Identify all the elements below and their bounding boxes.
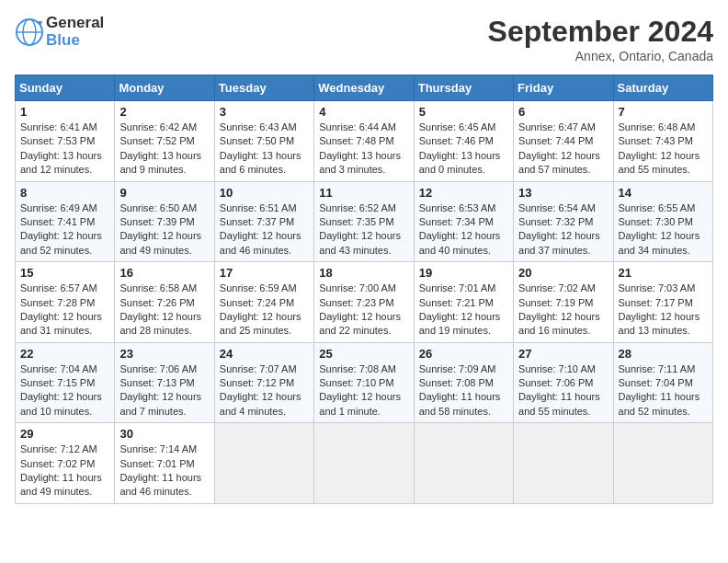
calendar-cell: 16 Sunrise: 6:58 AM Sunset: 7:26 PM Dayl…: [115, 262, 214, 343]
sunset-label: Sunset: 7:53 PM: [20, 135, 95, 146]
sunrise-label: Sunrise: 7:14 AM: [119, 443, 197, 454]
daylight-label: Daylight: 12 hours and 49 minutes.: [119, 230, 201, 255]
day-info: Sunrise: 7:11 AM Sunset: 7:04 PM Dayligh…: [619, 362, 708, 419]
day-info: Sunrise: 6:52 AM Sunset: 7:35 PM Dayligh…: [319, 201, 408, 259]
day-info: Sunrise: 6:51 AM Sunset: 7:37 PM Dayligh…: [220, 201, 309, 259]
sunset-label: Sunset: 7:28 PM: [20, 297, 95, 308]
sunset-label: Sunset: 7:46 PM: [419, 135, 494, 146]
calendar-cell: 21 Sunrise: 7:03 AM Sunset: 7:17 PM Dayl…: [613, 262, 712, 343]
column-header-friday: Friday: [514, 75, 613, 101]
calendar-cell: 18 Sunrise: 7:00 AM Sunset: 7:23 PM Dayl…: [314, 262, 414, 343]
sunset-label: Sunset: 7:30 PM: [619, 216, 693, 227]
daylight-label: Daylight: 12 hours and 19 minutes.: [419, 311, 501, 336]
calendar-cell: [314, 423, 414, 504]
day-number: 14: [619, 186, 708, 200]
daylight-label: Daylight: 12 hours and 55 minutes.: [619, 150, 700, 175]
calendar-cell: 30 Sunrise: 7:14 AM Sunset: 7:01 PM Dayl…: [115, 423, 214, 504]
day-number: 8: [20, 186, 109, 200]
sunrise-label: Sunrise: 7:10 AM: [518, 363, 596, 374]
calendar-cell: 1 Sunrise: 6:41 AM Sunset: 7:53 PM Dayli…: [16, 101, 115, 182]
location-subtitle: Annex, Ontario, Canada: [488, 49, 713, 63]
daylight-label: Daylight: 13 hours and 0 minutes.: [419, 150, 501, 175]
day-number: 6: [518, 105, 608, 119]
day-info: Sunrise: 6:55 AM Sunset: 7:30 PM Dayligh…: [619, 201, 708, 259]
calendar-cell: 28 Sunrise: 7:11 AM Sunset: 7:04 PM Dayl…: [613, 342, 712, 423]
column-header-tuesday: Tuesday: [214, 75, 313, 101]
calendar-cell: [613, 423, 712, 504]
calendar-cell: [214, 423, 313, 504]
calendar-cell: 13 Sunrise: 6:54 AM Sunset: 7:32 PM Dayl…: [514, 181, 613, 262]
day-number: 18: [319, 266, 408, 280]
day-number: 3: [220, 105, 309, 119]
calendar-week-row: 29 Sunrise: 7:12 AM Sunset: 7:02 PM Dayl…: [16, 423, 713, 504]
sunset-label: Sunset: 7:10 PM: [319, 377, 393, 388]
daylight-label: Daylight: 12 hours and 13 minutes.: [619, 311, 700, 336]
sunset-label: Sunset: 7:15 PM: [20, 377, 95, 388]
calendar-cell: 4 Sunrise: 6:44 AM Sunset: 7:48 PM Dayli…: [314, 101, 414, 182]
daylight-label: Daylight: 12 hours and 16 minutes.: [518, 311, 600, 336]
day-number: 13: [518, 186, 608, 200]
daylight-label: Daylight: 13 hours and 3 minutes.: [319, 150, 401, 175]
sunrise-label: Sunrise: 6:55 AM: [619, 202, 696, 213]
calendar-week-row: 22 Sunrise: 7:04 AM Sunset: 7:15 PM Dayl…: [16, 342, 713, 423]
sunrise-label: Sunrise: 7:07 AM: [220, 363, 297, 374]
sunset-label: Sunset: 7:08 PM: [419, 377, 494, 388]
daylight-label: Daylight: 11 hours and 55 minutes.: [518, 391, 600, 416]
sunrise-label: Sunrise: 6:44 AM: [319, 121, 396, 132]
calendar-cell: 14 Sunrise: 6:55 AM Sunset: 7:30 PM Dayl…: [613, 181, 712, 262]
day-info: Sunrise: 7:04 AM Sunset: 7:15 PM Dayligh…: [20, 362, 109, 419]
calendar-cell: 12 Sunrise: 6:53 AM Sunset: 7:34 PM Dayl…: [414, 181, 513, 262]
daylight-label: Daylight: 12 hours and 37 minutes.: [518, 230, 600, 255]
calendar-cell: 5 Sunrise: 6:45 AM Sunset: 7:46 PM Dayli…: [414, 101, 513, 182]
calendar-cell: [414, 423, 513, 504]
calendar-cell: 24 Sunrise: 7:07 AM Sunset: 7:12 PM Dayl…: [214, 342, 313, 423]
calendar-cell: 17 Sunrise: 6:59 AM Sunset: 7:24 PM Dayl…: [214, 262, 313, 343]
logo: General Blue: [15, 15, 104, 49]
day-info: Sunrise: 6:42 AM Sunset: 7:52 PM Dayligh…: [119, 121, 209, 178]
sunset-label: Sunset: 7:37 PM: [220, 216, 294, 227]
calendar-week-row: 1 Sunrise: 6:41 AM Sunset: 7:53 PM Dayli…: [16, 101, 713, 182]
day-info: Sunrise: 6:53 AM Sunset: 7:34 PM Dayligh…: [419, 201, 508, 259]
daylight-label: Daylight: 12 hours and 1 minute.: [319, 391, 401, 416]
sunset-label: Sunset: 7:34 PM: [419, 216, 494, 227]
sunrise-label: Sunrise: 6:48 AM: [619, 121, 696, 132]
calendar-cell: 25 Sunrise: 7:08 AM Sunset: 7:10 PM Dayl…: [314, 342, 414, 423]
day-info: Sunrise: 6:45 AM Sunset: 7:46 PM Dayligh…: [419, 121, 508, 178]
day-info: Sunrise: 6:43 AM Sunset: 7:50 PM Dayligh…: [220, 121, 309, 178]
day-number: 7: [619, 105, 708, 119]
daylight-label: Daylight: 12 hours and 43 minutes.: [319, 230, 401, 255]
sunrise-label: Sunrise: 7:11 AM: [619, 363, 696, 374]
logo-general-text: General: [46, 15, 104, 32]
sunrise-label: Sunrise: 6:42 AM: [119, 121, 197, 132]
day-number: 4: [319, 105, 408, 119]
day-number: 19: [419, 266, 508, 280]
logo-globe-icon: [15, 17, 44, 47]
sunset-label: Sunset: 7:17 PM: [619, 297, 693, 308]
calendar-cell: 29 Sunrise: 7:12 AM Sunset: 7:02 PM Dayl…: [16, 423, 115, 504]
sunrise-label: Sunrise: 7:01 AM: [419, 282, 496, 293]
daylight-label: Daylight: 12 hours and 57 minutes.: [518, 150, 600, 175]
daylight-label: Daylight: 11 hours and 58 minutes.: [419, 391, 501, 416]
calendar-cell: 7 Sunrise: 6:48 AM Sunset: 7:43 PM Dayli…: [613, 101, 712, 182]
calendar-cell: 26 Sunrise: 7:09 AM Sunset: 7:08 PM Dayl…: [414, 342, 513, 423]
column-header-wednesday: Wednesday: [314, 75, 414, 101]
sunrise-label: Sunrise: 6:50 AM: [119, 202, 197, 213]
sunset-label: Sunset: 7:02 PM: [20, 458, 95, 469]
column-header-saturday: Saturday: [613, 75, 712, 101]
calendar-cell: 10 Sunrise: 6:51 AM Sunset: 7:37 PM Dayl…: [214, 181, 313, 262]
day-number: 15: [20, 266, 109, 280]
day-info: Sunrise: 6:59 AM Sunset: 7:24 PM Dayligh…: [220, 282, 309, 339]
day-info: Sunrise: 6:48 AM Sunset: 7:43 PM Dayligh…: [619, 121, 708, 178]
title-block: September 2024 Annex, Ontario, Canada: [488, 15, 713, 63]
day-info: Sunrise: 7:10 AM Sunset: 7:06 PM Dayligh…: [518, 362, 608, 419]
day-info: Sunrise: 7:00 AM Sunset: 7:23 PM Dayligh…: [319, 282, 408, 339]
day-number: 17: [220, 266, 309, 280]
day-info: Sunrise: 6:41 AM Sunset: 7:53 PM Dayligh…: [20, 121, 109, 178]
day-info: Sunrise: 7:03 AM Sunset: 7:17 PM Dayligh…: [619, 282, 708, 339]
day-info: Sunrise: 7:08 AM Sunset: 7:10 PM Dayligh…: [319, 362, 408, 419]
daylight-label: Daylight: 11 hours and 52 minutes.: [619, 391, 700, 416]
calendar-cell: 2 Sunrise: 6:42 AM Sunset: 7:52 PM Dayli…: [115, 101, 214, 182]
sunrise-label: Sunrise: 6:54 AM: [518, 202, 596, 213]
column-header-monday: Monday: [115, 75, 214, 101]
sunrise-label: Sunrise: 7:12 AM: [20, 443, 97, 454]
